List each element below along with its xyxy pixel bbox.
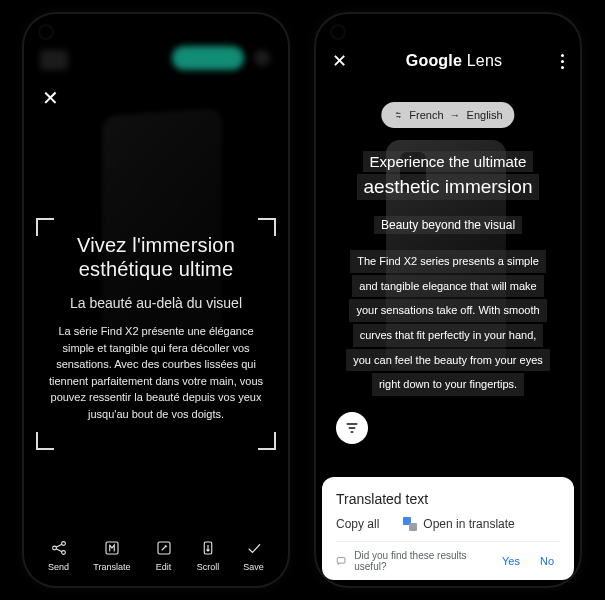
svg-point-1 (61, 542, 65, 546)
overlay-line: your sensations take off. With smooth (349, 299, 546, 322)
translated-overlay: Experience the ultimate aesthetic immers… (332, 150, 564, 397)
blurred-header (22, 12, 290, 82)
send-button[interactable]: Send (48, 539, 69, 572)
save-button[interactable]: Save (243, 539, 264, 572)
camera-punch-hole (332, 26, 344, 38)
lang-to: English (467, 109, 503, 121)
body-text: La série Find X2 présente une élégance s… (44, 323, 268, 422)
tool-label: Edit (156, 562, 172, 572)
overlay-line: you can feel the beauty from your eyes (346, 349, 550, 372)
overlay-line: The Find X2 series presents a simple (350, 250, 546, 273)
edit-icon (155, 539, 173, 557)
action-label: Open in translate (423, 517, 514, 531)
overlay-line: aesthetic immersion (357, 174, 540, 200)
svg-point-0 (52, 546, 56, 550)
overlay-line: Experience the ultimate (363, 151, 534, 172)
sheet-title: Translated text (336, 491, 560, 507)
lens-header: ✕ Google Lens (314, 44, 582, 78)
overlay-line: right down to your fingertips. (372, 373, 524, 396)
tool-label: Scroll (197, 562, 220, 572)
close-button[interactable]: ✕ (42, 86, 59, 110)
more-menu-button[interactable] (561, 54, 564, 69)
filter-fab[interactable] (336, 412, 368, 444)
svg-point-2 (61, 551, 65, 555)
app-title: Google Lens (406, 52, 502, 70)
svg-rect-6 (337, 558, 345, 564)
subheadline: La beauté au-delà du visuel (40, 295, 272, 311)
check-icon (245, 539, 263, 557)
bottom-toolbar: Send Translate Edit Scroll Save (22, 539, 290, 572)
arrow-right-icon: → (450, 109, 461, 121)
tool-label: Send (48, 562, 69, 572)
captured-text: Vivez l'immersion esthétique ultime La b… (40, 226, 272, 422)
tool-label: Save (243, 562, 264, 572)
cta-button-blurred (172, 46, 244, 70)
edit-button[interactable]: Edit (155, 539, 173, 572)
menu-button-blurred (254, 50, 270, 66)
feedback-no-button[interactable]: No (534, 555, 560, 567)
action-label: Copy all (336, 517, 379, 531)
phone-google-lens: ✕ Google Lens French → English Experienc… (314, 12, 582, 588)
crop-handle-bl[interactable] (36, 432, 54, 450)
feedback-row: Did you find these results useful? Yes N… (336, 541, 560, 572)
scroll-button[interactable]: Scroll (197, 539, 220, 572)
swap-icon (393, 110, 403, 120)
share-icon (50, 539, 68, 557)
copy-all-button[interactable]: Copy all (336, 517, 379, 531)
feedback-prompt: Did you find these results useful? (354, 550, 480, 572)
overlay-line: and tangible elegance that will make (352, 275, 543, 298)
language-selector[interactable]: French → English (381, 102, 514, 128)
tool-label: Translate (93, 562, 130, 572)
back-button-blurred (40, 50, 68, 70)
filter-icon (344, 420, 360, 436)
lang-from: French (409, 109, 443, 121)
comment-icon (336, 555, 346, 567)
close-button[interactable]: ✕ (332, 50, 347, 72)
headline: Vivez l'immersion esthétique ultime (40, 234, 272, 281)
open-in-translate-button[interactable]: Open in translate (403, 517, 514, 531)
translate-button[interactable]: Translate (93, 539, 130, 572)
feedback-yes-button[interactable]: Yes (496, 555, 526, 567)
overlay-line: curves that fit perfectly in your hand, (353, 324, 544, 347)
crop-handle-br[interactable] (258, 432, 276, 450)
translate-app-icon (403, 517, 417, 531)
result-sheet: Translated text Copy all Open in transla… (322, 477, 574, 580)
scroll-icon (199, 539, 217, 557)
translate-icon (103, 539, 121, 557)
phone-screenshot-source: ✕ Vivez l'immersion esthétique ultime La… (22, 12, 290, 588)
overlay-line: Beauty beyond the visual (374, 216, 522, 234)
